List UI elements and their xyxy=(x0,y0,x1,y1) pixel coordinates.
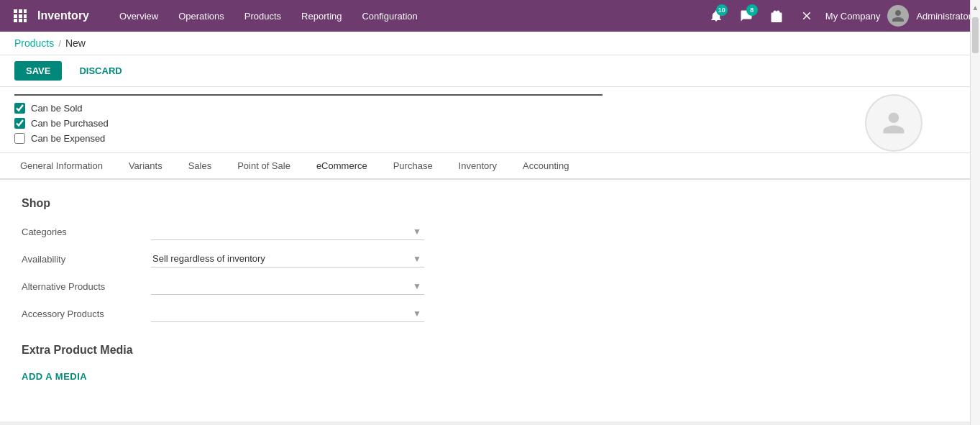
svg-rect-6 xyxy=(14,19,17,22)
accessory-products-field: ▼ xyxy=(151,305,424,322)
can-be-purchased-row: Can be Purchased xyxy=(14,118,966,129)
alternative-products-select[interactable] xyxy=(151,278,424,295)
messages-badge: 8 xyxy=(746,4,758,16)
breadcrumb-current: New xyxy=(65,37,86,49)
can-be-purchased-checkbox[interactable] xyxy=(14,118,25,129)
svg-rect-2 xyxy=(24,9,27,13)
checkboxes-section: Can be Sold Can be Purchased Can be Expe… xyxy=(0,96,980,153)
topnav-right: 10 8 My Company Administrator xyxy=(705,4,971,27)
scroll-up-arrow[interactable]: ▲ xyxy=(971,0,980,14)
svg-rect-5 xyxy=(24,14,27,18)
tab-accounting[interactable]: Accounting xyxy=(510,153,582,180)
avatar[interactable] xyxy=(887,5,909,27)
nav-reporting[interactable]: Reporting xyxy=(291,0,352,32)
alternative-products-row: Alternative Products ▼ xyxy=(22,278,958,295)
accessory-products-label: Accessory Products xyxy=(22,309,151,319)
breadcrumb-separator: / xyxy=(58,38,61,49)
can-be-sold-row: Can be Sold xyxy=(14,103,966,114)
breadcrumb-parent[interactable]: Products xyxy=(14,37,54,49)
tab-general-information[interactable]: General Information xyxy=(7,153,116,180)
can-be-purchased-label: Can be Purchased xyxy=(31,118,109,129)
discard-button[interactable]: DISCARD xyxy=(68,61,133,81)
add-media-button[interactable]: ADD A MEDIA xyxy=(22,368,87,385)
can-be-expensed-checkbox[interactable] xyxy=(14,133,25,144)
svg-rect-0 xyxy=(14,9,17,13)
availability-label: Availability xyxy=(22,254,151,265)
nav-configuration[interactable]: Configuration xyxy=(352,0,427,32)
company-name[interactable]: My Company xyxy=(825,11,881,22)
accessory-products-row: Accessory Products ▼ xyxy=(22,305,958,322)
can-be-expensed-row: Can be Expensed xyxy=(14,133,966,144)
categories-field: ▼ xyxy=(151,223,424,240)
can-be-expensed-label: Can be Expensed xyxy=(31,133,105,144)
tab-variants[interactable]: Variants xyxy=(116,153,175,180)
can-be-sold-checkbox[interactable] xyxy=(14,103,25,114)
app-name: Inventory xyxy=(37,9,89,22)
save-button[interactable]: SAVE xyxy=(14,61,62,81)
product-image[interactable] xyxy=(865,94,922,152)
svg-rect-7 xyxy=(19,19,22,22)
action-bar: SAVE DISCARD xyxy=(0,55,980,87)
tab-inventory[interactable]: Inventory xyxy=(446,153,510,180)
categories-select[interactable] xyxy=(151,223,424,240)
alternative-products-label: Alternative Products xyxy=(22,281,151,292)
user-name[interactable]: Administrator xyxy=(916,11,971,22)
tab-purchase[interactable]: Purchase xyxy=(380,153,446,180)
accessory-products-select[interactable] xyxy=(151,305,424,322)
close-icon[interactable] xyxy=(795,4,818,27)
categories-label: Categories xyxy=(22,227,151,237)
grid-icon[interactable] xyxy=(9,4,32,27)
gift-icon[interactable] xyxy=(765,4,788,27)
svg-rect-3 xyxy=(14,14,17,18)
nav-operations[interactable]: Operations xyxy=(168,0,234,32)
tabs-bar: General Information Variants Sales Point… xyxy=(0,153,980,180)
svg-rect-4 xyxy=(19,14,22,18)
breadcrumb: Products / New xyxy=(0,32,980,55)
availability-select[interactable]: Sell regardless of inventory Block sales xyxy=(151,250,424,268)
form-content: Shop Categories ▼ Availability Sell rega… xyxy=(0,180,980,402)
shop-section-title: Shop xyxy=(22,197,958,210)
svg-rect-1 xyxy=(19,9,22,13)
main-content: Can be Sold Can be Purchased Can be Expe… xyxy=(0,87,980,421)
svg-rect-8 xyxy=(24,19,27,22)
availability-row: Availability Sell regardless of inventor… xyxy=(22,250,958,268)
alternative-products-field: ▼ xyxy=(151,278,424,295)
notifications-badge: 10 xyxy=(716,4,728,16)
categories-row: Categories ▼ xyxy=(22,223,958,240)
scroll-thumb[interactable] xyxy=(972,17,979,53)
nav-products[interactable]: Products xyxy=(234,0,291,32)
scrollbar[interactable]: ▲ xyxy=(970,0,980,425)
topnav-menu: Overview Operations Products Reporting C… xyxy=(109,0,705,32)
messages-icon[interactable]: 8 xyxy=(735,4,758,27)
tab-sales[interactable]: Sales xyxy=(175,153,225,180)
availability-field: Sell regardless of inventory Block sales… xyxy=(151,250,424,268)
can-be-sold-label: Can be Sold xyxy=(31,103,83,114)
nav-overview[interactable]: Overview xyxy=(109,0,168,32)
tab-ecommerce[interactable]: eCommerce xyxy=(303,153,380,180)
notifications-icon[interactable]: 10 xyxy=(705,4,728,27)
extra-media-title: Extra Product Media xyxy=(22,344,958,357)
topnav: Inventory Overview Operations Products R… xyxy=(0,0,980,32)
tab-point-of-sale[interactable]: Point of Sale xyxy=(224,153,303,180)
